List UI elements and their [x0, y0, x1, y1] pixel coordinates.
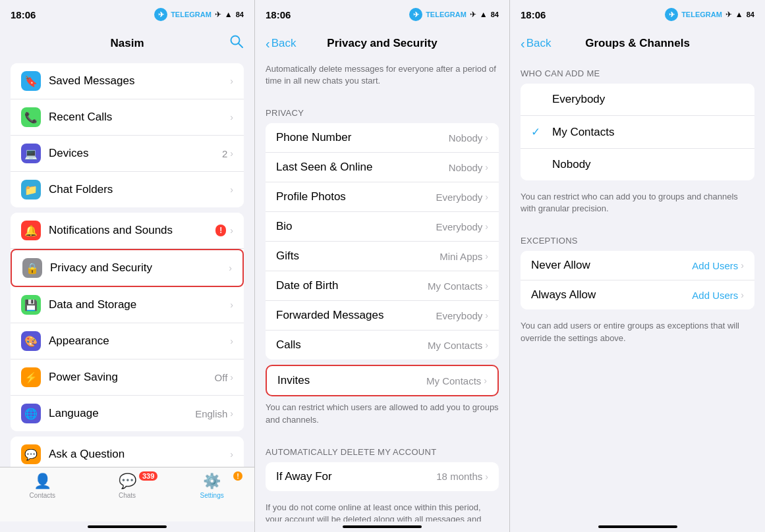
invites-chevron: ›: [484, 375, 487, 386]
choice-my-contacts[interactable]: ✓ My Contacts: [521, 116, 754, 149]
ask-question-icon: 💬: [21, 444, 41, 464]
settings-section-2: 🔔 Notifications and Sounds ! › 🔒 Privacy…: [11, 213, 244, 431]
exceptions-list: Never Allow Add Users › Always Allow Add…: [521, 251, 754, 309]
date-of-birth-chevron: ›: [485, 280, 488, 291]
settings-section-1: 🔖 Saved Messages › 📞 Recent Calls › 💻 De…: [11, 63, 244, 207]
back-chevron-2: ‹: [266, 36, 270, 51]
row-invites[interactable]: Invites My Contacts ›: [266, 365, 499, 396]
date-of-birth-value: My Contacts: [428, 280, 482, 292]
back-button-3[interactable]: ‹ Back: [521, 36, 551, 51]
profile-photos-value: Everybody: [436, 192, 482, 203]
if-away-label: If Away For: [276, 470, 436, 483]
row-chat-folders[interactable]: 📁 Chat Folders ›: [11, 172, 244, 207]
bio-label: Bio: [276, 220, 436, 233]
data-storage-label: Data and Storage: [49, 298, 230, 311]
calls-chevron: ›: [485, 340, 488, 350]
tab-contacts[interactable]: 👤 Contacts: [0, 473, 85, 499]
ask-question-chevron: ›: [230, 449, 233, 460]
row-appearance[interactable]: 🎨 Appearance ›: [11, 323, 244, 359]
power-saving-icon: ⚡: [21, 367, 41, 387]
back-button-2[interactable]: ‹ Back: [266, 36, 296, 51]
recent-calls-label: Recent Calls: [49, 111, 230, 124]
profile-photos-label: Profile Photos: [276, 190, 436, 203]
row-data-storage[interactable]: 💾 Data and Storage ›: [11, 287, 244, 323]
row-recent-calls[interactable]: 📞 Recent Calls ›: [11, 99, 244, 136]
my-contacts-label: My Contacts: [552, 126, 614, 139]
chat-folders-label: Chat Folders: [49, 183, 230, 196]
home-indicator-1: [88, 525, 167, 528]
row-last-seen[interactable]: Last Seen & Online Nobody ›: [266, 153, 499, 182]
never-allow-chevron: ›: [741, 260, 744, 271]
choice-everybody[interactable]: Everybody: [521, 84, 754, 116]
power-saving-label: Power Saving: [49, 371, 215, 384]
data-storage-chevron: ›: [230, 300, 233, 310]
search-button[interactable]: [229, 34, 244, 53]
wifi-icon-1: ▲: [225, 10, 233, 19]
nav-header-2: ‹ Back Privacy and Security: [255, 29, 509, 58]
panel-2-privacy: 18:06 ✈ TELEGRAM ✈ ▲ 84 ‹ Back Privacy a…: [255, 0, 510, 532]
notifications-badge: !: [215, 225, 226, 236]
page-title-1: Nasim: [110, 37, 144, 50]
forwarded-messages-value: Everybody: [436, 310, 482, 321]
chats-tab-icon: 💬: [119, 473, 136, 490]
invites-description: You can restrict which users are allowed…: [255, 396, 509, 436]
notifications-label: Notifications and Sounds: [49, 224, 215, 237]
always-allow-value: Add Users: [692, 290, 738, 301]
tab-settings[interactable]: ⚙️ Settings !: [169, 473, 254, 499]
appearance-label: Appearance: [49, 334, 230, 348]
invites-row-wrapper: Invites My Contacts ›: [266, 365, 499, 396]
groups-scroll-content: WHO CAN ADD ME Everybody ✓ My Contacts N…: [510, 58, 765, 521]
row-calls[interactable]: Calls My Contacts ›: [266, 331, 499, 359]
row-bio[interactable]: Bio Everybody ›: [266, 212, 499, 242]
chats-tab-label: Chats: [119, 492, 136, 499]
choice-nobody[interactable]: Nobody: [521, 149, 754, 180]
always-allow-label: Always Allow: [531, 288, 692, 302]
exception-never-allow[interactable]: Never Allow Add Users ›: [521, 251, 754, 280]
invites-label: Invites: [277, 374, 426, 387]
row-language[interactable]: 🌐 Language English ›: [11, 396, 244, 431]
tab-chats[interactable]: 💬 Chats 339: [85, 473, 170, 499]
row-notifications[interactable]: 🔔 Notifications and Sounds ! ›: [11, 213, 244, 249]
row-saved-messages[interactable]: 🔖 Saved Messages ›: [11, 63, 244, 99]
devices-value: 2: [222, 148, 227, 159]
exceptions-description: You can add users or entire groups as ex…: [510, 315, 765, 354]
chat-folders-icon: 📁: [21, 180, 41, 200]
row-ask-question[interactable]: 💬 Ask a Question ›: [11, 437, 244, 467]
back-label-2: Back: [271, 37, 297, 50]
status-icons-2: ✈ TELEGRAM ✈ ▲ 84: [409, 8, 499, 21]
tab-bar-1: 👤 Contacts 💬 Chats 339 ⚙️ Settings !: [0, 467, 254, 521]
who-can-section-label: WHO CAN ADD ME: [510, 58, 765, 84]
contacts-tab-label: Contacts: [30, 492, 55, 499]
row-if-away-for[interactable]: If Away For 18 months ›: [266, 462, 499, 491]
row-phone-number[interactable]: Phone Number Nobody ›: [266, 123, 499, 153]
power-saving-chevron: ›: [230, 372, 233, 383]
exceptions-section-label: EXCEPTIONS: [510, 225, 765, 251]
if-away-chevron: ›: [485, 471, 488, 482]
calls-value: My Contacts: [428, 340, 482, 351]
airplane-icon-2: ✈: [470, 10, 476, 19]
row-power-saving[interactable]: ⚡ Power Saving Off ›: [11, 359, 244, 396]
last-seen-value: Nobody: [449, 162, 483, 173]
appearance-chevron: ›: [230, 336, 233, 346]
privacy-list: Phone Number Nobody › Last Seen & Online…: [266, 123, 499, 359]
gifts-chevron: ›: [485, 251, 488, 261]
wifi-icon-2: ▲: [480, 10, 488, 19]
telegram-label-1: TELEGRAM: [171, 11, 212, 18]
row-gifts[interactable]: Gifts Mini Apps ›: [266, 242, 499, 271]
telegram-icon-2: ✈: [409, 8, 422, 21]
settings-badge: !: [233, 471, 242, 481]
status-icons-1: ✈ TELEGRAM ✈ ▲ 84: [154, 8, 244, 21]
battery-icon-1: 84: [236, 11, 244, 18]
privacy-icon: 🔒: [22, 258, 42, 278]
row-forwarded-messages[interactable]: Forwarded Messages Everybody ›: [266, 301, 499, 331]
privacy-label: Privacy and Security: [50, 261, 229, 275]
row-privacy[interactable]: 🔒 Privacy and Security ›: [11, 249, 244, 287]
invites-value: My Contacts: [426, 375, 481, 386]
back-label-3: Back: [526, 37, 552, 50]
privacy-chevron: ›: [229, 263, 232, 273]
forwarded-messages-label: Forwarded Messages: [276, 309, 436, 322]
row-devices[interactable]: 💻 Devices 2 ›: [11, 136, 244, 172]
row-date-of-birth[interactable]: Date of Birth My Contacts ›: [266, 271, 499, 301]
row-profile-photos[interactable]: Profile Photos Everybody ›: [266, 182, 499, 212]
exception-always-allow[interactable]: Always Allow Add Users ›: [521, 280, 754, 309]
